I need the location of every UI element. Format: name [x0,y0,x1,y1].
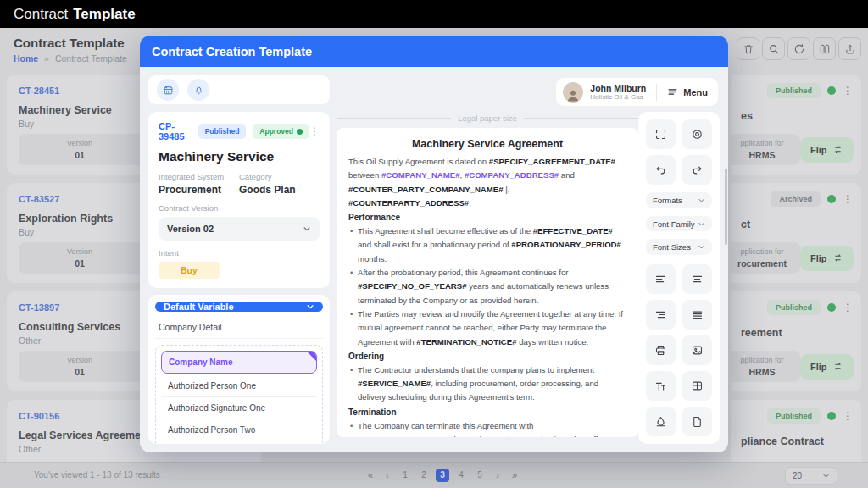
document-paper[interactable]: Machinery Service Agreement This Oil Sup… [337,128,638,437]
doc-text-segment: #SPECIFY_AGREEMENT_DATE# [489,157,615,166]
default-variable-label: Default Variable [164,302,234,312]
document-section-heading: Ordering [348,349,626,363]
undo-icon [654,164,667,176]
doc-text-segment: #SPECIFY_NO_OF_YEARS# [358,281,467,291]
paper-size-label: Legal paper size [458,114,517,123]
doc-text-segment: #SERVICE_NAME# [358,379,431,388]
align-left-button[interactable] [646,264,676,294]
doc-text-segment: #TERMINATION_DAYS# [358,435,449,437]
text-size-button[interactable] [646,371,676,401]
divider [656,84,657,101]
divider [337,118,451,119]
document-title: Machinery Service Agreement [348,138,626,150]
menu-button[interactable]: Menu [667,86,708,97]
doc-text-segment: between [348,170,381,180]
doc-text-segment: #COMPANY_NAME# [381,170,460,180]
doc-text-segment: #TERMINATION_NOTICE# [416,337,516,347]
menu-label: Menu [683,87,708,97]
doc-text-segment: #COMPANY_ADDRESS# [465,170,559,180]
category-value: Goods Plan [239,184,320,196]
undo-button[interactable] [646,155,676,185]
insert-table-button[interactable] [682,371,712,401]
contract-name: Machinery Service [159,149,320,164]
align-right-button[interactable] [646,300,676,330]
text-size-icon [654,380,667,392]
align-right-icon [654,308,667,321]
bell-icon [193,85,204,96]
print-button[interactable] [646,336,676,365]
chevron-down-icon [698,220,705,228]
doc-text-segment: This Agreement shall become effective as… [358,226,533,236]
align-justify-button[interactable] [682,300,712,330]
print-icon [654,344,667,357]
document-bullet-list: This Agreement shall become effective as… [348,225,626,349]
doc-text-segment: and shall exist for a probationary perio… [358,240,511,249]
doc-text-segment: This Oil Supply Agreement is dated on [348,157,489,166]
document-bullet-list: The Company can terminate this Agreement… [348,419,626,437]
doc-text-segment: #PROBATIONARY_PERIOD# [511,240,621,249]
document-section-heading: Termination [348,405,626,419]
app-title-bold: Template [73,6,135,23]
document-bullet: The Parties may review and modify the Ag… [348,308,626,349]
quick-actions-card [148,75,330,104]
align-justify-icon [691,308,704,321]
contract-version-select[interactable]: Version 02 [159,217,320,241]
variables-card: Default Variable Company Detail Company … [148,295,330,444]
approval-badge: Approved [253,124,309,139]
avatar [563,82,583,103]
ink-color-button[interactable] [646,407,676,436]
font-sizes-dropdown[interactable]: Font Sizes [646,239,712,255]
editor-toolbar: Formats Font Family Font Sizes [638,112,720,444]
align-center-button[interactable] [682,264,712,294]
category-label: Category [239,172,320,181]
document-bullet: This Agreement shall become effective as… [348,225,626,266]
chevron-down-icon [303,225,311,233]
doc-text-segment: The Company can terminate this Agreement… [358,421,533,430]
document-preview-column: Legal paper size Machinery Service Agree… [337,112,638,437]
font-sizes-label: Font Sizes [653,242,691,252]
calendar-icon [163,85,174,96]
user-name: John Milburn [590,83,646,93]
doc-text-segment: . [469,198,471,208]
person-icon [565,87,581,103]
doc-text-segment: days written notice. [516,337,588,347]
contract-code-link[interactable]: CP-39485 [159,121,192,141]
integrated-system-label: Integrated System [159,172,239,181]
document-file-button[interactable] [682,407,712,436]
variable-item[interactable]: Authorized Person Two [161,419,317,441]
calendar-button[interactable] [157,79,179,101]
variable-item[interactable]: Authorized Signature Two [161,441,317,444]
doc-text-segment: #EFFECTIVE_DATE# [533,226,613,236]
app-title-bar: Contract Template [0,0,868,28]
variable-group-header[interactable]: Company Detail [155,318,323,339]
doc-text-segment: |, [504,185,510,194]
focus-target-button[interactable] [682,119,712,149]
fullscreen-button[interactable] [646,119,676,149]
document-bullet: After the probationary period, this Agre… [348,266,626,308]
fullscreen-icon [654,128,667,141]
redo-button[interactable] [682,155,712,185]
contract-info-column: CP-39485 Published Approved ⋮ Machinery … [148,112,330,444]
variable-item[interactable]: Authorized Person One [161,375,317,397]
default-variable-dropdown[interactable]: Default Variable [155,302,323,312]
variable-item[interactable]: Authorized Signature One [161,397,317,419]
document-section-heading: Performance [348,210,626,225]
contract-creation-modal: Contract Creation Template John Milburn … [140,36,728,452]
chevron-down-icon [698,243,705,251]
align-center-icon [691,273,704,286]
document-bullet-list: The Contractor understands that the comp… [348,363,626,405]
insert-image-button[interactable] [682,336,712,365]
notifications-button[interactable] [187,79,209,101]
modal-scrollbar[interactable] [725,169,727,245]
divider [524,118,638,119]
image-icon [691,344,704,357]
variable-item[interactable]: Company Name [161,351,317,374]
intent-label: Intent [159,248,320,258]
doc-text-segment: and [559,170,575,180]
doc-text-segment: After the probationary period, this Agre… [358,268,569,277]
kebab-menu-icon[interactable]: ⋮ [309,126,320,136]
formats-dropdown[interactable]: Formats [646,192,712,208]
font-family-dropdown[interactable]: Font Family [646,216,712,232]
intent-badge: Buy [159,262,220,279]
user-organization: Holistic Oil & Gas [590,93,646,101]
